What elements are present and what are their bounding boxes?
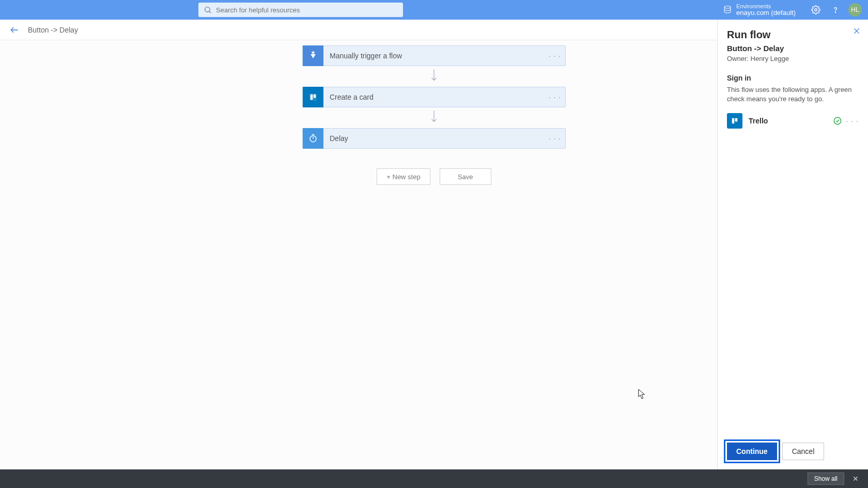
flow-step-trigger[interactable]: Manually trigger a flow · · · [302, 45, 566, 66]
new-step-button[interactable]: + New step [377, 168, 430, 185]
search-icon [204, 6, 212, 14]
search-input[interactable] [216, 6, 398, 14]
svg-point-2 [724, 6, 731, 8]
cancel-button[interactable]: Cancel [782, 443, 825, 460]
database-icon [723, 5, 732, 14]
svg-rect-16 [732, 118, 735, 124]
svg-point-3 [815, 9, 817, 11]
timer-icon [303, 128, 323, 149]
run-flow-panel: Run flow Button -> Delay Owner: Henry Le… [717, 20, 868, 469]
connection-name: Trello [749, 117, 833, 125]
search-box[interactable] [198, 3, 403, 17]
check-circle-icon [833, 116, 842, 125]
arrow-down-icon [429, 107, 439, 128]
panel-subtitle: Button -> Delay [727, 44, 859, 53]
step-label: Create a card [330, 93, 545, 101]
step-label: Manually trigger a flow [330, 52, 545, 60]
svg-line-1 [209, 11, 211, 13]
environment-name: enayu.com (default) [736, 9, 796, 17]
step-label: Delay [330, 134, 545, 143]
step-more-icon[interactable]: · · · [545, 134, 565, 143]
avatar[interactable]: HL [848, 3, 862, 17]
help-icon[interactable] [831, 5, 840, 14]
svg-point-18 [834, 118, 841, 125]
step-more-icon[interactable]: · · · [545, 52, 565, 60]
connection-more-icon[interactable]: · · · [846, 117, 859, 125]
signin-heading: Sign in [727, 74, 859, 82]
panel-title: Run flow [727, 29, 859, 41]
step-more-icon[interactable]: · · · [545, 93, 565, 101]
close-icon[interactable]: ✕ [849, 475, 862, 483]
header-actions [811, 5, 840, 14]
arrow-down-icon [429, 66, 439, 87]
continue-button[interactable]: Continue [727, 443, 777, 460]
save-button[interactable]: Save [440, 168, 491, 185]
trigger-icon [303, 45, 323, 66]
svg-point-0 [205, 7, 210, 12]
connection-row: Trello · · · [727, 113, 859, 129]
close-icon[interactable] [853, 27, 861, 35]
trello-icon [303, 87, 323, 107]
svg-rect-9 [314, 95, 316, 98]
breadcrumb: Button -> Delay [28, 26, 78, 34]
environment-picker[interactable]: Environments enayu.com (default) [723, 3, 796, 17]
environment-label: Environments [736, 3, 796, 9]
show-all-button[interactable]: Show all [808, 473, 844, 485]
signin-description: This flow uses the following apps. A gre… [727, 85, 859, 104]
settings-icon[interactable] [811, 5, 820, 14]
back-icon[interactable] [9, 25, 20, 35]
trello-icon [727, 113, 742, 129]
bottom-notification-bar: Show all ✕ [0, 469, 868, 488]
flow-step-create-card[interactable]: Create a card · · · [302, 87, 566, 107]
svg-point-4 [835, 12, 835, 12]
flow-step-delay[interactable]: Delay · · · [302, 128, 566, 149]
svg-rect-8 [311, 95, 313, 100]
app-header: Environments enayu.com (default) HL [0, 0, 868, 20]
svg-rect-17 [735, 118, 738, 122]
panel-owner: Owner: Henry Legge [727, 55, 859, 62]
